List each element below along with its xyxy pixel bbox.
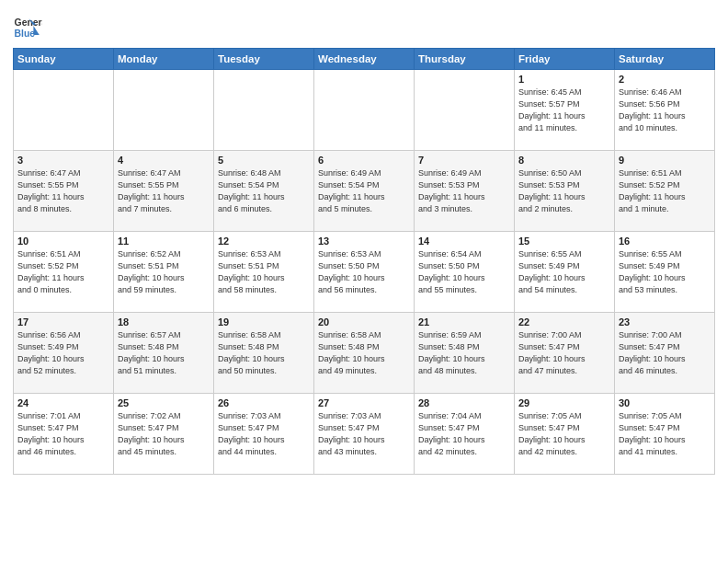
calendar-cell: 9Sunrise: 6:51 AM Sunset: 5:52 PM Daylig…: [615, 151, 715, 232]
calendar-cell: 6Sunrise: 6:49 AM Sunset: 5:54 PM Daylig…: [314, 151, 415, 232]
calendar-cell: 22Sunrise: 7:00 AM Sunset: 5:47 PM Dayli…: [515, 313, 615, 394]
day-info: Sunrise: 7:05 AM Sunset: 5:47 PM Dayligh…: [518, 410, 610, 458]
day-info: Sunrise: 6:48 AM Sunset: 5:54 PM Dayligh…: [218, 167, 310, 215]
day-number: 4: [118, 155, 210, 166]
calendar-cell: 29Sunrise: 7:05 AM Sunset: 5:47 PM Dayli…: [515, 394, 615, 475]
day-info: Sunrise: 6:53 AM Sunset: 5:50 PM Dayligh…: [318, 248, 410, 296]
weekday-header-tuesday: Tuesday: [214, 49, 314, 70]
day-number: 6: [318, 155, 410, 166]
weekday-header-monday: Monday: [114, 49, 214, 70]
calendar-cell: 18Sunrise: 6:57 AM Sunset: 5:48 PM Dayli…: [114, 313, 214, 394]
calendar-cell: 12Sunrise: 6:53 AM Sunset: 5:51 PM Dayli…: [214, 232, 314, 313]
calendar-cell: 25Sunrise: 7:02 AM Sunset: 5:47 PM Dayli…: [114, 394, 214, 475]
day-info: Sunrise: 6:52 AM Sunset: 5:51 PM Dayligh…: [118, 248, 210, 296]
day-info: Sunrise: 6:55 AM Sunset: 5:49 PM Dayligh…: [518, 248, 610, 296]
day-info: Sunrise: 7:01 AM Sunset: 5:47 PM Dayligh…: [17, 410, 109, 458]
day-number: 15: [518, 236, 610, 247]
day-info: Sunrise: 6:54 AM Sunset: 5:50 PM Dayligh…: [418, 248, 510, 296]
day-info: Sunrise: 7:04 AM Sunset: 5:47 PM Dayligh…: [418, 410, 510, 458]
calendar-cell: [114, 70, 214, 151]
day-number: 13: [318, 236, 410, 247]
day-info: Sunrise: 6:58 AM Sunset: 5:48 PM Dayligh…: [218, 329, 310, 377]
weekday-header-friday: Friday: [515, 49, 615, 70]
calendar-cell: 23Sunrise: 7:00 AM Sunset: 5:47 PM Dayli…: [615, 313, 715, 394]
day-number: 27: [318, 397, 410, 408]
day-number: 25: [118, 397, 210, 408]
calendar-cell: 21Sunrise: 6:59 AM Sunset: 5:48 PM Dayli…: [415, 313, 515, 394]
day-info: Sunrise: 6:49 AM Sunset: 5:54 PM Dayligh…: [318, 167, 410, 215]
day-info: Sunrise: 6:49 AM Sunset: 5:53 PM Dayligh…: [418, 167, 510, 215]
day-info: Sunrise: 7:05 AM Sunset: 5:47 PM Dayligh…: [619, 410, 711, 458]
logo: General Blue: [13, 13, 42, 42]
day-info: Sunrise: 6:51 AM Sunset: 5:52 PM Dayligh…: [17, 248, 109, 296]
day-info: Sunrise: 6:56 AM Sunset: 5:49 PM Dayligh…: [17, 329, 109, 377]
calendar-cell: 16Sunrise: 6:55 AM Sunset: 5:49 PM Dayli…: [615, 232, 715, 313]
calendar-cell: 24Sunrise: 7:01 AM Sunset: 5:47 PM Dayli…: [14, 394, 114, 475]
day-number: 19: [218, 316, 310, 327]
calendar-cell: 20Sunrise: 6:58 AM Sunset: 5:48 PM Dayli…: [314, 313, 415, 394]
day-info: Sunrise: 6:47 AM Sunset: 5:55 PM Dayligh…: [17, 167, 109, 215]
day-number: 16: [619, 236, 711, 247]
day-info: Sunrise: 6:50 AM Sunset: 5:53 PM Dayligh…: [518, 167, 610, 215]
day-number: 1: [518, 74, 610, 85]
day-info: Sunrise: 7:03 AM Sunset: 5:47 PM Dayligh…: [218, 410, 310, 458]
day-number: 3: [17, 155, 109, 166]
day-info: Sunrise: 6:45 AM Sunset: 5:57 PM Dayligh…: [518, 86, 610, 134]
calendar-cell: 17Sunrise: 6:56 AM Sunset: 5:49 PM Dayli…: [14, 313, 114, 394]
logo-icon: General Blue: [13, 13, 42, 42]
calendar-cell: 28Sunrise: 7:04 AM Sunset: 5:47 PM Dayli…: [415, 394, 515, 475]
day-number: 17: [17, 316, 109, 327]
day-number: 22: [518, 316, 610, 327]
day-number: 29: [518, 397, 610, 408]
calendar-cell: 7Sunrise: 6:49 AM Sunset: 5:53 PM Daylig…: [415, 151, 515, 232]
svg-text:Blue: Blue: [15, 29, 36, 39]
calendar-cell: 8Sunrise: 6:50 AM Sunset: 5:53 PM Daylig…: [515, 151, 615, 232]
day-number: 24: [17, 397, 109, 408]
calendar-cell: 15Sunrise: 6:55 AM Sunset: 5:49 PM Dayli…: [515, 232, 615, 313]
day-number: 12: [218, 236, 310, 247]
calendar-cell: 2Sunrise: 6:46 AM Sunset: 5:56 PM Daylig…: [615, 70, 715, 151]
day-info: Sunrise: 6:59 AM Sunset: 5:48 PM Dayligh…: [418, 329, 510, 377]
calendar-cell: 26Sunrise: 7:03 AM Sunset: 5:47 PM Dayli…: [214, 394, 314, 475]
calendar-table: SundayMondayTuesdayWednesdayThursdayFrid…: [13, 48, 715, 475]
day-info: Sunrise: 6:46 AM Sunset: 5:56 PM Dayligh…: [619, 86, 711, 134]
day-number: 8: [518, 155, 610, 166]
day-info: Sunrise: 7:03 AM Sunset: 5:47 PM Dayligh…: [318, 410, 410, 458]
calendar-cell: 1Sunrise: 6:45 AM Sunset: 5:57 PM Daylig…: [515, 70, 615, 151]
calendar-cell: 4Sunrise: 6:47 AM Sunset: 5:55 PM Daylig…: [114, 151, 214, 232]
calendar-cell: 27Sunrise: 7:03 AM Sunset: 5:47 PM Dayli…: [314, 394, 415, 475]
calendar-cell: 13Sunrise: 6:53 AM Sunset: 5:50 PM Dayli…: [314, 232, 415, 313]
weekday-header-saturday: Saturday: [615, 49, 715, 70]
day-info: Sunrise: 6:51 AM Sunset: 5:52 PM Dayligh…: [619, 167, 711, 215]
day-number: 5: [218, 155, 310, 166]
calendar-cell: [415, 70, 515, 151]
calendar-cell: 19Sunrise: 6:58 AM Sunset: 5:48 PM Dayli…: [214, 313, 314, 394]
calendar-cell: 14Sunrise: 6:54 AM Sunset: 5:50 PM Dayli…: [415, 232, 515, 313]
calendar-cell: 3Sunrise: 6:47 AM Sunset: 5:55 PM Daylig…: [14, 151, 114, 232]
calendar-cell: [14, 70, 114, 151]
day-number: 7: [418, 155, 510, 166]
calendar-cell: 10Sunrise: 6:51 AM Sunset: 5:52 PM Dayli…: [14, 232, 114, 313]
day-number: 11: [118, 236, 210, 247]
calendar-cell: 30Sunrise: 7:05 AM Sunset: 5:47 PM Dayli…: [615, 394, 715, 475]
day-number: 23: [619, 316, 711, 327]
day-info: Sunrise: 7:00 AM Sunset: 5:47 PM Dayligh…: [518, 329, 610, 377]
weekday-header-thursday: Thursday: [415, 49, 515, 70]
day-number: 18: [118, 316, 210, 327]
day-info: Sunrise: 6:53 AM Sunset: 5:51 PM Dayligh…: [218, 248, 310, 296]
day-number: 21: [418, 316, 510, 327]
day-number: 26: [218, 397, 310, 408]
calendar-cell: [314, 70, 415, 151]
calendar-cell: 11Sunrise: 6:52 AM Sunset: 5:51 PM Dayli…: [114, 232, 214, 313]
svg-text:General: General: [15, 17, 42, 28]
day-number: 10: [17, 236, 109, 247]
day-info: Sunrise: 6:57 AM Sunset: 5:48 PM Dayligh…: [118, 329, 210, 377]
day-number: 30: [619, 397, 711, 408]
day-info: Sunrise: 7:02 AM Sunset: 5:47 PM Dayligh…: [118, 410, 210, 458]
day-info: Sunrise: 6:58 AM Sunset: 5:48 PM Dayligh…: [318, 329, 410, 377]
weekday-header-wednesday: Wednesday: [314, 49, 415, 70]
day-info: Sunrise: 7:00 AM Sunset: 5:47 PM Dayligh…: [619, 329, 711, 377]
header: General Blue: [13, 9, 715, 42]
day-number: 9: [619, 155, 711, 166]
page-container: General Blue SundayMondayTuesdayWednesda…: [0, 0, 728, 484]
